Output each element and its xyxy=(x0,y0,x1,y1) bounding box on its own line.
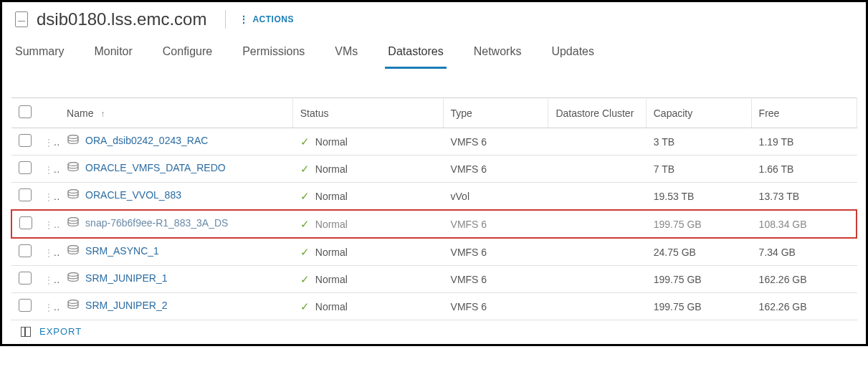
capacity-cell: 7 TB xyxy=(646,156,751,183)
handle-header xyxy=(44,98,59,128)
actions-menu[interactable]: ⋮ ACTIONS xyxy=(239,14,294,25)
status-text: Normal xyxy=(315,219,348,230)
column-label-type: Type xyxy=(451,107,472,119)
cluster-cell xyxy=(548,238,646,266)
check-icon: ✓ xyxy=(300,273,310,285)
datastore-icon xyxy=(67,245,80,259)
table-header-row: Name ↑ Status Type Datastore Cluster Cap… xyxy=(11,98,857,128)
check-icon: ✓ xyxy=(300,300,310,312)
drag-handle-icon[interactable]: ⋮⋮ xyxy=(44,274,59,285)
select-all-checkbox[interactable] xyxy=(19,105,32,118)
svg-point-0 xyxy=(68,135,78,139)
table-row: ⋮⋮ORACLE_VMFS_DATA_REDO✓NormalVMFS 67 TB… xyxy=(11,156,857,183)
svg-point-5 xyxy=(68,273,78,277)
column-label-cluster: Datastore Cluster xyxy=(555,107,634,119)
tab-monitor[interactable]: Monitor xyxy=(91,39,135,69)
row-checkbox[interactable] xyxy=(19,299,32,312)
select-all-header xyxy=(11,98,44,128)
datastore-link[interactable]: SRM_JUNIPER_1 xyxy=(85,272,167,284)
page-header: dsib0180.lss.emc.com ⋮ ACTIONS xyxy=(2,2,866,34)
table-row: ⋮⋮SRM_JUNIPER_1✓NormalVMFS 6199.75 GB162… xyxy=(11,266,857,293)
actions-label: ACTIONS xyxy=(252,14,294,24)
check-icon: ✓ xyxy=(300,135,310,148)
datastore-icon xyxy=(67,189,80,203)
status-text: Normal xyxy=(315,301,348,312)
datastore-link[interactable]: ORACLE_VMFS_DATA_REDO xyxy=(85,162,226,173)
type-cell: VMFS 6 xyxy=(443,293,548,320)
drag-handle-icon[interactable]: ⋮⋮ xyxy=(44,301,59,312)
table-row: ⋮⋮SRM_JUNIPER_2✓NormalVMFS 6199.75 GB162… xyxy=(11,293,857,320)
column-label-status: Status xyxy=(300,107,329,119)
status-text: Normal xyxy=(315,136,348,148)
cluster-cell xyxy=(548,128,646,156)
column-header-type[interactable]: Type xyxy=(443,98,548,128)
column-picker-icon[interactable] xyxy=(21,327,31,337)
datastore-icon xyxy=(67,300,80,313)
column-header-cluster[interactable]: Datastore Cluster xyxy=(548,98,646,128)
type-cell: VMFS 6 xyxy=(443,266,548,293)
cluster-cell xyxy=(548,156,646,183)
tab-updates[interactable]: Updates xyxy=(548,39,597,69)
column-header-status[interactable]: Status xyxy=(292,98,443,128)
column-label-free: Free xyxy=(759,107,780,119)
type-cell: VMFS 6 xyxy=(443,128,548,156)
export-button[interactable]: EXPORT xyxy=(39,326,82,337)
tab-datastores[interactable]: Datastores xyxy=(385,39,446,69)
sort-ascending-icon: ↑ xyxy=(100,109,105,119)
capacity-cell: 24.75 GB xyxy=(646,238,751,266)
free-cell: 162.26 GB xyxy=(751,293,857,320)
row-checkbox[interactable] xyxy=(19,244,32,257)
drag-handle-icon[interactable]: ⋮⋮ xyxy=(44,136,59,148)
tab-networks[interactable]: Networks xyxy=(471,39,525,69)
svg-point-2 xyxy=(68,190,78,193)
datastore-icon xyxy=(67,217,80,231)
status-text: Normal xyxy=(315,247,348,258)
cluster-cell xyxy=(548,293,646,320)
free-cell: 1.66 TB xyxy=(751,156,857,183)
datastore-link[interactable]: ORA_dsib0242_0243_RAC xyxy=(85,135,208,146)
column-header-capacity[interactable]: Capacity xyxy=(646,98,751,128)
datastore-link[interactable]: SRM_JUNIPER_2 xyxy=(85,300,167,311)
svg-point-1 xyxy=(68,163,78,166)
drag-handle-icon[interactable]: ⋮⋮ xyxy=(44,191,59,202)
free-cell: 108.34 GB xyxy=(751,210,857,238)
row-checkbox[interactable] xyxy=(19,272,32,285)
capacity-cell: 199.75 GB xyxy=(646,293,751,320)
tab-vms[interactable]: VMs xyxy=(332,39,361,69)
column-header-free[interactable]: Free xyxy=(751,98,857,128)
row-checkbox[interactable] xyxy=(19,134,32,147)
svg-point-3 xyxy=(68,218,78,221)
datastore-link[interactable]: ORACLE_VVOL_883 xyxy=(85,189,181,201)
datastore-icon xyxy=(67,272,80,286)
check-icon: ✓ xyxy=(300,190,310,202)
tab-configure[interactable]: Configure xyxy=(160,39,215,69)
free-cell: 162.26 GB xyxy=(751,266,857,293)
cluster-cell xyxy=(548,266,646,293)
svg-point-6 xyxy=(68,300,78,304)
type-cell: VMFS 6 xyxy=(443,210,548,238)
row-checkbox[interactable] xyxy=(19,188,32,201)
datastore-link[interactable]: SRM_ASYNC_1 xyxy=(85,245,159,257)
tab-permissions[interactable]: Permissions xyxy=(239,39,307,69)
content-area: Name ↑ Status Type Datastore Cluster Cap… xyxy=(2,69,866,344)
drag-handle-icon[interactable]: ⋮⋮ xyxy=(44,247,59,258)
row-checkbox[interactable] xyxy=(19,161,32,174)
tab-summary[interactable]: Summary xyxy=(12,39,67,69)
drag-handle-icon[interactable]: ⋮⋮ xyxy=(44,163,59,175)
column-label-name: Name xyxy=(67,107,93,119)
cluster-cell xyxy=(548,210,646,238)
datastore-link[interactable]: snap-76b6f9ee-R1_883_3A_DS xyxy=(85,217,228,229)
status-text: Normal xyxy=(315,163,348,175)
host-icon xyxy=(15,11,28,27)
type-cell: VMFS 6 xyxy=(443,156,548,183)
capacity-cell: 199.75 GB xyxy=(646,210,751,238)
column-label-capacity: Capacity xyxy=(654,107,692,119)
drag-handle-icon[interactable]: ⋮⋮ xyxy=(44,219,59,230)
column-header-name[interactable]: Name ↑ xyxy=(59,98,292,128)
capacity-cell: 199.75 GB xyxy=(646,266,751,293)
table-row: ⋮⋮ORA_dsib0242_0243_RAC✓NormalVMFS 63 TB… xyxy=(11,128,857,156)
row-checkbox[interactable] xyxy=(19,216,32,229)
host-title: dsib0180.lss.emc.com xyxy=(37,9,206,29)
svg-point-4 xyxy=(68,246,78,249)
free-cell: 1.19 TB xyxy=(751,128,857,156)
